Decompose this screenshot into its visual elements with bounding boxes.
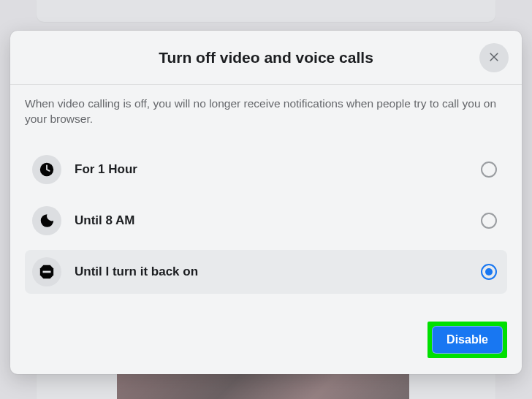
- option-label: Until 8 AM: [75, 213, 481, 228]
- svg-rect-1: [43, 270, 51, 273]
- turn-off-calls-modal: Turn off video and voice calls When vide…: [10, 31, 522, 374]
- modal-body: When video calling is off, you will no l…: [10, 85, 522, 308]
- modal-footer: Disable: [10, 308, 522, 374]
- stop-icon: [32, 257, 61, 286]
- close-button[interactable]: [479, 43, 509, 72]
- disable-button[interactable]: Disable: [432, 326, 503, 354]
- option-until-8am[interactable]: Until 8 AM: [25, 199, 507, 243]
- modal-header: Turn off video and voice calls: [10, 31, 522, 85]
- moon-icon: [32, 206, 61, 235]
- option-for-1-hour[interactable]: For 1 Hour: [25, 148, 507, 191]
- radio-unchecked[interactable]: [481, 213, 497, 229]
- modal-title: Turn off video and voice calls: [159, 49, 373, 66]
- tutorial-highlight: Disable: [428, 322, 507, 358]
- radio-checked[interactable]: [481, 264, 497, 280]
- radio-unchecked[interactable]: [481, 162, 497, 178]
- duration-options: For 1 Hour Until 8 AM Until I turn it ba…: [25, 148, 507, 294]
- close-icon: [487, 50, 501, 66]
- modal-description: When video calling is off, you will no l…: [25, 96, 507, 127]
- clock-icon: [32, 155, 61, 184]
- option-label: Until I turn it back on: [75, 265, 481, 279]
- option-until-turn-back-on[interactable]: Until I turn it back on: [25, 250, 507, 294]
- option-label: For 1 Hour: [75, 162, 481, 177]
